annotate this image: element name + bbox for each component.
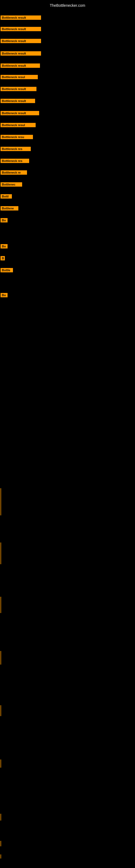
bottleneck-badge-12[interactable]: Bottleneck res bbox=[1, 147, 31, 151]
bottleneck-badge-20[interactable]: B bbox=[1, 256, 5, 260]
bottleneck-badge-22[interactable]: Bo bbox=[1, 293, 8, 297]
bottleneck-badge-9[interactable]: Bottleneck result bbox=[1, 111, 39, 115]
bottleneck-badge-11[interactable]: Bottleneck resu bbox=[1, 135, 33, 139]
bottleneck-badge-4[interactable]: Bottleneck result bbox=[1, 51, 41, 56]
bottleneck-badge-3[interactable]: Bottleneck result bbox=[1, 39, 41, 43]
vertical-line-2 bbox=[1, 542, 1, 564]
bottleneck-badge-5[interactable]: Bottleneck result bbox=[1, 63, 40, 68]
site-title: TheBottlenecker.com bbox=[0, 1, 135, 10]
bottleneck-badge-16[interactable]: Bottl bbox=[1, 194, 12, 198]
bottleneck-badge-15[interactable]: Bottlenec bbox=[1, 182, 22, 187]
vertical-line-6 bbox=[1, 760, 1, 768]
vertical-line-9 bbox=[1, 855, 1, 859]
bottleneck-badge-17[interactable]: Bottlene bbox=[1, 206, 18, 211]
bottleneck-badge-14[interactable]: Bottleneck re bbox=[1, 170, 27, 175]
bottleneck-badge-6[interactable]: Bottleneck resul bbox=[1, 75, 38, 79]
bottleneck-badge-10[interactable]: Bottleneck resul bbox=[1, 123, 36, 127]
vertical-line-7 bbox=[1, 814, 1, 820]
bottleneck-badge-7[interactable]: Bottleneck result bbox=[1, 87, 37, 91]
bottleneck-badge-18[interactable]: Bo bbox=[1, 218, 8, 222]
bottleneck-badge-19[interactable]: Bo bbox=[1, 244, 8, 248]
bottleneck-badge-1[interactable]: Bottleneck result bbox=[1, 16, 41, 20]
bottleneck-badge-21[interactable]: Bottle bbox=[1, 268, 13, 272]
vertical-line-1 bbox=[1, 488, 1, 516]
vertical-line-4 bbox=[1, 651, 1, 664]
bottleneck-badge-13[interactable]: Bottleneck res bbox=[1, 159, 29, 163]
vertical-line-5 bbox=[1, 705, 1, 716]
vertical-line-8 bbox=[1, 841, 1, 846]
vertical-line-3 bbox=[1, 597, 1, 613]
bottleneck-badge-8[interactable]: Bottleneck result bbox=[1, 99, 35, 103]
bottleneck-badge-2[interactable]: Bottleneck result bbox=[1, 27, 41, 31]
